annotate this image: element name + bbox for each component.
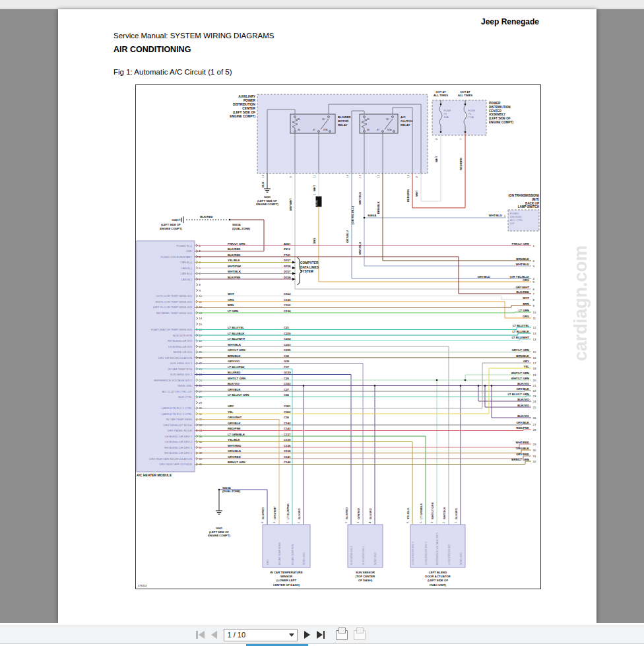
svg-text:LT GRN: LT GRN (519, 309, 529, 312)
svg-text:C142: C142 (284, 422, 291, 425)
svg-text:HOT AT: HOT AT (460, 90, 470, 94)
svg-text:REFERENCE VOLTAGE SPLY: REFERENCE VOLTAGE SPLY (154, 379, 192, 382)
svg-text:BLK: BLK (261, 181, 265, 187)
svg-text:HOT AT: HOT AT (435, 90, 446, 94)
svg-text:CAN B(-): CAN B(-) (181, 278, 193, 281)
svg-text:SUN SENS SIG 2: SUN SENS SIG 2 (350, 546, 353, 565)
svg-text:87A: 87A (323, 129, 328, 131)
first-page-arrow-icon (199, 631, 205, 639)
last-page-bar-icon (323, 631, 325, 639)
svg-text:A/C CLUTCH CTRL O/P: A/C CLUTCH CTRL O/P (162, 390, 193, 393)
svg-text:GRY/VIO: GRY/VIO (228, 360, 240, 363)
svg-text:WHT/LT GRN: WHT/LT GRN (228, 377, 245, 380)
svg-text:CENTER: CENTER (489, 110, 502, 113)
svg-text:C361: C361 (284, 404, 291, 408)
svg-text:YEL: YEL (523, 365, 529, 368)
svg-text:LH BLEND DR DRV 1: LH BLEND DR DRV 1 (165, 435, 193, 438)
svg-text:IN CAR TEMP RTN: IN CAR TEMP RTN (292, 544, 294, 565)
svg-text:SENS GND: SENS GND (303, 552, 306, 565)
svg-text:HVAC UNIT): HVAC UNIT) (430, 583, 447, 587)
svg-text:BLK/VIO: BLK/VIO (517, 382, 529, 385)
svg-text:GRY/BLK: GRY/BLK (228, 388, 241, 391)
svg-text:D158: D158 (284, 276, 291, 279)
svg-text:YEL/BLK: YEL/BLK (228, 259, 241, 262)
svg-text:POWER: POWER (489, 102, 501, 105)
svg-text:BLK/VIO: BLK/VIO (298, 508, 301, 519)
svg-text:3: 3 (358, 522, 360, 523)
svg-text:LH BLEND DR DRV 2: LH BLEND DR DRV 2 (412, 542, 414, 565)
svg-text:BRN: BRN (523, 302, 529, 306)
page-popout-icon[interactable] (336, 630, 348, 640)
svg-text:LH BLEND DR SIG: LH BLEND DR SIG (168, 345, 192, 348)
svg-text:YEL/BLK: YEL/BLK (406, 507, 410, 519)
svg-text:BRN/BLK: BRN/BLK (377, 201, 380, 214)
svg-text:(TOP CENTER: (TOP CENTER (356, 575, 375, 578)
svg-text:ORG: ORG (228, 298, 235, 302)
svg-text:WHT/RED: WHT/RED (516, 441, 530, 444)
svg-text:ENGINE COMPT): ENGINE COMPT) (230, 115, 255, 118)
svg-text:(LEFT SIDE OF: (LEFT SIDE OF (161, 223, 181, 226)
next-page-button[interactable] (304, 631, 310, 639)
svg-text:GRY: GRY (523, 360, 529, 363)
svg-text:(LEFT SIDE OF: (LEFT SIDE OF (257, 199, 277, 203)
svg-text:SENS GND: SENS GND (177, 384, 192, 387)
svg-text:WHT/BLK: WHT/BLK (443, 507, 446, 519)
page-number-input[interactable]: 1 / 10 (224, 629, 298, 641)
svg-text:10: 10 (261, 174, 265, 178)
svg-text:CAN B(-): CAN B(-) (181, 267, 193, 270)
svg-text:BRN: BRN (228, 304, 234, 307)
svg-text:C136: C136 (284, 444, 291, 447)
svg-text:DRV DR RECIRCULATION: DRV DR RECIRCULATION (158, 356, 192, 360)
svg-text:BLU/RED: BLU/RED (228, 371, 241, 374)
svg-text:RH FLOOR TEMP SENS SIG: RH FLOOR TEMP SENS SIG (156, 300, 192, 304)
svg-text:26: 26 (533, 416, 536, 420)
svg-text:30: 30 (322, 118, 325, 121)
svg-text:BLK/RED: BLK/RED (200, 215, 213, 218)
svg-text:FUSED IGN RUN/START: FUSED IGN RUN/START (160, 255, 192, 259)
svg-text:SYSTEM: SYSTEM (300, 270, 313, 273)
previous-page-button[interactable] (211, 631, 217, 639)
svg-text:C224: C224 (284, 337, 291, 340)
svg-text:LH FLOOR TEMP SENS SIG: LH FLOOR TEMP SENS SIG (156, 294, 192, 298)
svg-text:10: 10 (533, 311, 536, 314)
svg-text:Z912: Z912 (284, 247, 291, 251)
svg-text:BLK/RED: BLK/RED (228, 247, 241, 251)
svg-text:22: 22 (533, 389, 536, 393)
svg-text:G39: G39 (284, 360, 290, 363)
svg-text:DRV INLET AIR OUTSIDE: DRV INLET AIR OUTSIDE (160, 463, 193, 466)
svg-text:BLU/RED: BLU/RED (261, 507, 265, 519)
svg-text:RELAY: RELAY (401, 123, 410, 127)
svg-text:28: 28 (533, 428, 536, 432)
svg-text:SUN SENS SIG 2: SUN SENS SIG 2 (170, 373, 193, 376)
svg-text:C37: C37 (284, 366, 290, 369)
svg-text:C229: C229 (284, 332, 291, 335)
svg-text:G139: G139 (284, 371, 291, 374)
svg-text:C362: C362 (284, 410, 291, 414)
svg-text:13: 13 (533, 332, 536, 335)
svg-text:SENS GND: SENS GND (460, 552, 463, 565)
svg-text:LH BLEND DR SIG: LH BLEND DR SIG (448, 544, 451, 565)
svg-text:BLK/RED: BLK/RED (516, 290, 529, 294)
svg-text:BLK/VIO: BLK/VIO (228, 382, 240, 385)
svg-text:LT BLU/BLK: LT BLU/BLK (228, 332, 245, 335)
svg-text:RH BLEND DR DRV 1: RH BLEND DR DRV 1 (164, 446, 192, 449)
svg-text:GRY/WHT: GRY/WHT (515, 286, 529, 289)
svg-text:(LEFT SIDE OF: (LEFT SIDE OF (233, 111, 255, 114)
svg-text:RH BLEND DR DRV 2: RH BLEND DR DRV 2 (164, 451, 192, 455)
svg-text:87: 87 (377, 129, 379, 131)
svg-text:SUN SENS SIG 1: SUN SENS SIG 1 (170, 362, 193, 365)
svg-text:CENTER: CENTER (242, 107, 255, 110)
svg-text:6: 6 (407, 522, 410, 523)
svg-text:D157: D157 (284, 259, 291, 262)
svg-text:DISTRIBUTION: DISTRIBUTION (233, 103, 256, 106)
svg-text:WHT/BLU: WHT/BLU (489, 214, 502, 217)
last-page-button[interactable] (317, 631, 326, 639)
svg-text:19: 19 (533, 373, 536, 377)
svg-text:C333: C333 (284, 382, 291, 385)
svg-text:BLW MTR RTN: BLW MTR RTN (173, 334, 192, 337)
svg-text:CAN B(+): CAN B(+) (180, 272, 193, 275)
svg-text:(DUAL ZONE): (DUAL ZONE) (222, 490, 241, 493)
first-page-button[interactable] (195, 631, 205, 639)
svg-text:LT BLU/WHT: LT BLU/WHT (228, 337, 245, 340)
svg-text:(OR YEL/BLU): (OR YEL/BLU) (351, 205, 354, 224)
